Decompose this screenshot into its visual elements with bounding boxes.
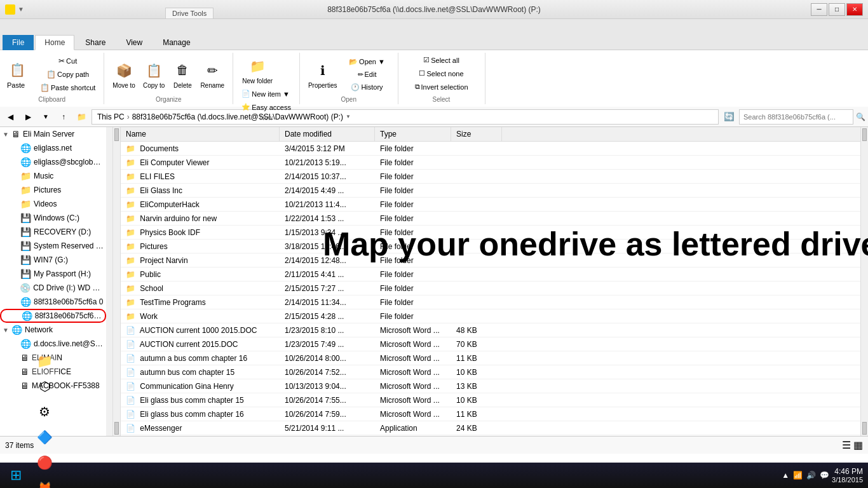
file-icon: 📁 [126,200,135,209]
table-row[interactable]: 📁 Work 2/15/2015 4:28 ... File folder [121,309,860,323]
taskbar-item-app2[interactable]: 🔷 [32,424,57,450]
taskbar-items: 📁⬡⚙🔷🔴🦊📶📝🟧🌐 [32,348,57,488]
table-row[interactable]: 📁 Public 2/11/2015 4:41 ... File folder [121,268,860,281]
clock[interactable]: 4:46 PM 3/18/2015 [832,467,863,484]
sidebar-item-6[interactable]: 💾 Windows (C:) [0,211,106,225]
recent-button[interactable]: ▼ [38,109,53,125]
table-row[interactable]: 📄 Eli glass bus comm chapter 16 10/26/20… [121,407,860,421]
easy-access-button[interactable]: ⭐ Easy access [238,101,294,113]
taskbar-item-icon: 🔴 [37,455,53,470]
item-icon: 🌐 [20,339,31,349]
file-type-cell: File folder [375,158,451,167]
sidebar-item-10[interactable]: 💾 My Passport (H:) [0,267,106,281]
close-button[interactable]: ✕ [846,3,863,16]
table-row[interactable]: 📁 ELI FILES 2/14/2015 10:37... File fold… [121,170,860,184]
file-icon: 📁 [126,186,135,195]
tab-view[interactable]: View [116,35,152,50]
sidebar-item-2[interactable]: 🌐 eliglass@sbcglobal.r [0,155,106,169]
table-row[interactable]: 📁 EliComputerHack 10/21/2013 11:4... Fil… [121,198,860,212]
table-row[interactable]: 📁 TestTime Programs 2/14/2015 11:34... F… [121,295,860,309]
col-header-name[interactable]: Name [121,127,280,141]
copy-to-button[interactable]: 📋 Copy to [140,58,168,91]
col-header-date[interactable]: Date modified [280,127,375,141]
arrow-icon[interactable]: ▲ [782,471,789,480]
sidebar-item-1[interactable]: 🌐 eliglass.net [0,141,106,155]
sidebar-scrollbar[interactable] [113,127,121,436]
table-row[interactable]: 📁 Physics Book IDF 1/15/2013 9:34 ... Fi… [121,226,860,240]
sidebar-item-4[interactable]: 📁 Pictures [0,183,106,197]
table-row[interactable]: 📁 Pictures 3/18/2015 11:46... File folde… [121,240,860,254]
address-path[interactable]: This PC › 88f318e06b75cf6a (\d.docs.live… [92,109,719,125]
new-item-button[interactable]: 📄 New item ▼ [238,88,293,100]
sidebar-item-3[interactable]: 📁 Music [0,169,106,183]
taskbar-item-app1[interactable]: ⚙ [32,399,57,424]
table-row[interactable]: 📄 autumn bus com chapter 15 10/26/2014 7… [121,365,860,379]
taskbar-item-arduino[interactable]: ⬡ [32,374,57,399]
table-row[interactable]: 📁 Eli Glass Inc 2/14/2015 4:49 ... File … [121,184,860,198]
file-list-scrollbar[interactable] [860,127,868,436]
edit-button[interactable]: ✏ Edit [342,69,393,81]
sidebar-item-0[interactable]: ▼ 🖥 Eli Main Server [0,127,106,141]
quick-access-icon [5,4,15,15]
paste-shortcut-button[interactable]: 📋 Paste shortcut [37,81,98,94]
sidebar-item-8[interactable]: 💾 System Reserved (F: [0,239,106,253]
easy-access-icon: ⭐ [241,103,250,111]
table-row[interactable]: 📄 Eli glass bus comm chapter 15 10/26/20… [121,393,860,407]
properties-button[interactable]: ℹ Properties [305,58,341,91]
this-pc-link[interactable]: This PC [97,112,125,121]
file-size-cell: 11 KB [451,410,502,419]
sidebar-item-9[interactable]: 💾 WIN7 (G:) [0,253,106,267]
up-button[interactable]: ↑ [56,109,71,125]
table-row[interactable]: 📁 Project Narvin 2/14/2015 12:48... File… [121,254,860,268]
minimize-button[interactable]: ─ [811,3,827,16]
taskbar-item-firefox[interactable]: 🦊 [32,475,57,488]
taskbar-item-app3[interactable]: 🔴 [32,450,57,475]
start-button[interactable]: ⊞ [0,463,32,488]
table-row[interactable]: 📁 Eli Computer Viewer 10/21/2013 5:19...… [121,156,860,170]
col-header-size[interactable]: Size [451,127,502,141]
paste-button[interactable]: 📋 Paste [5,58,37,91]
select-all-button[interactable]: ☑ Select all [403,54,480,66]
list-view-icon[interactable]: ☰ [842,439,851,451]
forward-button[interactable]: ▶ [20,109,36,125]
sidebar-item-5[interactable]: 📁 Videos [0,197,106,211]
move-to-button[interactable]: 📦 Move to [109,58,139,91]
table-row[interactable]: 📁 Documents 3/4/2015 3:12 PM File folder [121,142,860,156]
sidebar-item-12[interactable]: 🌐 88f318e06b75cf6a 0 [0,295,106,309]
maximize-button[interactable]: □ [829,3,845,16]
table-row[interactable]: 📄 AUCTION current 1000 2015.DOC 1/23/201… [121,323,860,337]
refresh-button[interactable]: 🔄 [721,109,736,125]
copy-path-button[interactable]: 📋 Copy path [37,68,98,81]
invert-selection-button[interactable]: ⧉ Invert selection [403,81,480,93]
open-button[interactable]: 📂 Open ▼ [342,56,393,68]
tab-manage[interactable]: Manage [153,35,200,50]
cut-button[interactable]: ✂ Cut [37,55,98,67]
delete-icon: 🗑 [172,60,193,81]
paste-shortcut-icon: 📋 [40,83,50,92]
sidebar-item-14[interactable]: ▼ 🌐 Network [0,323,106,337]
rename-button[interactable]: ✏ Rename [197,58,227,91]
delete-button[interactable]: 🗑 Delete [169,58,196,91]
history-button[interactable]: 🕐 History [342,81,393,93]
file-name: Communication Gina Henry [140,382,233,391]
col-header-type[interactable]: Type [375,127,451,141]
table-row[interactable]: 📄 Communication Gina Henry 10/13/2013 9:… [121,379,860,393]
sidebar-item-11[interactable]: 💿 CD Drive (I:) WD Sm... [0,281,106,295]
clipboard-small-buttons: ✂ Cut 📋 Copy path 📋 Paste shortcut [37,55,98,94]
tab-home[interactable]: Home [35,35,74,50]
select-none-button[interactable]: ☐ Select none [403,67,480,79]
search-input[interactable] [739,109,853,125]
table-row[interactable]: 📄 AUCTION current 2015.DOC 1/23/2015 7:4… [121,337,860,351]
sidebar-item-7[interactable]: 💾 RECOVERY (D:) [0,225,106,239]
grid-view-icon[interactable]: ▦ [853,439,863,451]
new-folder-button[interactable]: 📁 New folder [238,54,276,86]
back-button[interactable]: ◀ [3,109,18,125]
table-row[interactable]: 📄 autumn a bus comm chapter 16 10/26/201… [121,351,860,365]
table-row[interactable]: 📄 eMessenger 5/21/2014 9:11 ... Applicat… [121,421,860,435]
table-row[interactable]: 📁 Narvin arduino for new 1/22/2014 1:53 … [121,212,860,226]
table-row[interactable]: 📁 School 2/15/2015 7:27 ... File folder [121,281,860,295]
tab-share[interactable]: Share [76,35,115,50]
sidebar-item-13[interactable]: 🌐 88f318e06b75cf6a 0 [0,309,106,323]
taskbar-item-explorer[interactable]: 📁 [32,348,57,374]
tab-file[interactable]: File [3,35,34,50]
